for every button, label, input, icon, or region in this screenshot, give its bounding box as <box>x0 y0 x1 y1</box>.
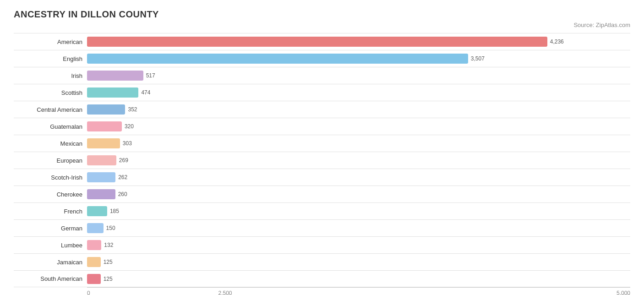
bar-container: 269 <box>87 154 630 167</box>
bar-value: 320 <box>125 123 134 130</box>
bar-value: 125 <box>104 259 113 265</box>
bar-value: 185 <box>110 208 119 214</box>
bar-container: 303 <box>87 137 630 150</box>
bar <box>87 71 143 81</box>
bar-label: Jamaican <box>14 259 87 266</box>
bar-label: English <box>14 55 87 62</box>
bar <box>87 87 138 98</box>
bar-label: Scottish <box>14 89 87 96</box>
bar-label: Guatemalan <box>14 123 87 130</box>
bar <box>87 172 115 182</box>
bar-container: 260 <box>87 188 630 201</box>
bar-label: South American <box>14 275 87 282</box>
bar-container: 474 <box>87 86 630 99</box>
bar-container: 352 <box>87 103 630 116</box>
bar-container: 125 <box>87 256 630 268</box>
bar-value: 303 <box>123 140 132 147</box>
bar-container: 125 <box>87 273 630 285</box>
bar-container: 4,236 <box>87 35 630 48</box>
x-axis-tick: 0 <box>87 290 90 295</box>
bar <box>87 240 101 250</box>
table-row: American4,236 <box>14 33 630 50</box>
bar-label: Scotch-Irish <box>14 174 87 181</box>
x-axis-tick: 5,000 <box>360 290 630 295</box>
source-label: Source: ZipAtlas.com <box>14 22 630 28</box>
bar-label: Lumbee <box>14 242 87 249</box>
chart-area: American4,236English3,507Irish517Scottis… <box>14 33 630 295</box>
table-row: Mexican303 <box>14 135 630 152</box>
table-row: Irish517 <box>14 67 630 84</box>
table-row: Scotch-Irish262 <box>14 169 630 186</box>
bar-value: 517 <box>146 72 155 79</box>
bar-label: Central American <box>14 106 87 113</box>
table-row: South American125 <box>14 270 630 287</box>
bar <box>87 138 120 148</box>
bar-container: 185 <box>87 205 630 218</box>
bar <box>87 257 101 267</box>
bar-label: Irish <box>14 72 87 79</box>
table-row: Jamaican125 <box>14 253 630 270</box>
bar-container: 132 <box>87 239 630 251</box>
table-row: Cherokee260 <box>14 186 630 202</box>
bar <box>87 189 115 199</box>
bars-container: American4,236English3,507Irish517Scottis… <box>14 33 630 287</box>
table-row: German150 <box>14 219 630 236</box>
bar-value: 262 <box>118 174 127 180</box>
page-container: ANCESTRY IN DILLON COUNTY Source: ZipAtl… <box>14 9 630 295</box>
table-row: Guatemalan320 <box>14 118 630 135</box>
bar-container: 320 <box>87 120 630 133</box>
bar-container: 517 <box>87 69 630 82</box>
table-row: European269 <box>14 152 630 169</box>
x-axis-tick: 2,500 <box>90 290 360 295</box>
bar-container: 150 <box>87 222 630 235</box>
bar-value: 125 <box>104 276 113 282</box>
bar-container: 3,507 <box>87 52 630 65</box>
bar <box>87 155 116 165</box>
bar-value: 150 <box>106 225 115 231</box>
bar-value: 132 <box>104 242 113 248</box>
bar-label: French <box>14 208 87 215</box>
bar-value: 4,236 <box>550 38 564 45</box>
bar-value: 474 <box>141 89 150 96</box>
bar-value: 3,507 <box>471 55 485 62</box>
table-row: English3,507 <box>14 50 630 67</box>
bar <box>87 121 122 131</box>
bar-value: 269 <box>119 157 128 164</box>
bar <box>87 54 468 64</box>
table-row: Scottish474 <box>14 84 630 101</box>
table-row: French185 <box>14 202 630 219</box>
bar-container: 262 <box>87 171 630 184</box>
bar-label: American <box>14 38 87 45</box>
bar-value: 260 <box>118 191 127 197</box>
table-row: Central American352 <box>14 101 630 118</box>
bar-label: German <box>14 225 87 232</box>
bar <box>87 274 101 284</box>
bar <box>87 223 104 233</box>
table-row: Lumbee132 <box>14 236 630 253</box>
bar-label: Mexican <box>14 140 87 147</box>
bar <box>87 104 125 115</box>
bar <box>87 206 107 216</box>
chart-title: ANCESTRY IN DILLON COUNTY <box>14 9 630 20</box>
bar <box>87 37 547 47</box>
bar-label: European <box>14 157 87 164</box>
bar-value: 352 <box>128 106 137 113</box>
x-axis: 02,5005,000 <box>87 287 630 295</box>
bar-label: Cherokee <box>14 191 87 198</box>
